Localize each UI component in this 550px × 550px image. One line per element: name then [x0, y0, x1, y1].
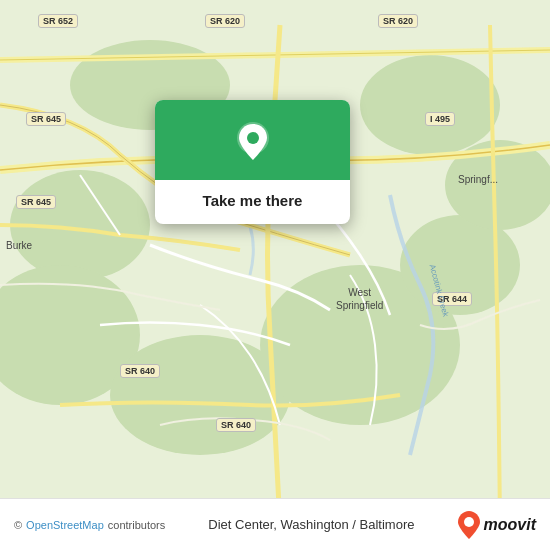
road-badge-sr640b: SR 640	[216, 418, 256, 432]
moovit-text: moovit	[484, 516, 536, 534]
moovit-logo: moovit	[458, 511, 536, 539]
popup-header	[155, 100, 350, 180]
contributors-text: contributors	[108, 519, 165, 531]
location-popup: Take me there	[155, 100, 350, 224]
place-label-springfield: Springf...	[458, 174, 498, 185]
svg-point-14	[464, 517, 474, 527]
osm-link[interactable]: OpenStreetMap	[26, 519, 104, 531]
place-name: Diet Center, Washington / Baltimore	[165, 517, 457, 532]
copyright-section: © OpenStreetMap contributors	[14, 519, 165, 531]
road-badge-sr620b: SR 620	[378, 14, 418, 28]
road-badge-sr645b: SR 645	[16, 195, 56, 209]
road-badge-i495: I 495	[425, 112, 455, 126]
take-me-there-button[interactable]: Take me there	[203, 192, 303, 209]
svg-point-13	[247, 132, 259, 144]
road-badge-sr640a: SR 640	[120, 364, 160, 378]
moovit-pin-icon	[458, 511, 480, 539]
road-badge-sr620a: SR 620	[205, 14, 245, 28]
location-pin-icon	[231, 120, 275, 164]
map-container: SR 652 SR 620 SR 620 SR 645 I 495 SR 645…	[0, 0, 550, 550]
place-label-burke: Burke	[6, 240, 32, 251]
copyright-symbol: ©	[14, 519, 22, 531]
map-svg	[0, 0, 550, 550]
popup-body[interactable]: Take me there	[155, 180, 350, 224]
bottom-bar: © OpenStreetMap contributors Diet Center…	[0, 498, 550, 550]
road-badge-sr652: SR 652	[38, 14, 78, 28]
svg-point-8	[360, 55, 500, 155]
place-label-west-springfield: WestSpringfield	[336, 286, 383, 312]
road-badge-sr645a: SR 645	[26, 112, 66, 126]
